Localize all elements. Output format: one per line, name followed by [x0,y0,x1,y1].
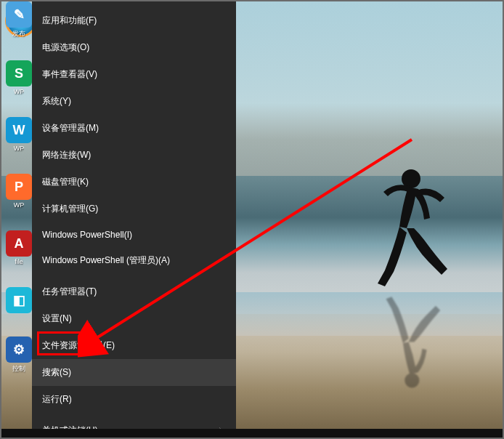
desktop-icon[interactable]: ⚙控制 [4,337,33,374]
desktop-icon[interactable]: SWP [4,60,33,95]
desktop-icon[interactable]: WWP [4,117,33,152]
menu-item-disk[interactable]: 磁盘管理(K) [32,169,236,196]
desktop-icon[interactable]: ✎发布 [4,1,33,39]
menu-item-ps[interactable]: Windows PowerShell(I) [32,222,236,247]
desktop-icon[interactable]: ◧ [4,287,33,315]
menu-item-explorer[interactable]: 文件资源管理器(E) [32,332,236,359]
desktop-icons-column: ✎发布 SWP WWP PWP Afile ◧ ⚙控制 [4,1,33,374]
menu-item-compmgmt[interactable]: 计算机管理(G) [32,196,236,222]
svg-point-1 [405,373,419,387]
menu-item-system[interactable]: 系统(Y) [32,88,236,115]
menu-item-taskmgr[interactable]: 任务管理器(T) [32,278,236,305]
runner-silhouette [372,161,459,292]
menu-item-settings[interactable]: 设置(N) [32,305,236,332]
menu-item-search[interactable]: 搜索(S) [32,359,236,386]
taskbar[interactable] [1,429,503,438]
menu-item-run[interactable]: 运行(R) [32,386,236,413]
desktop-icon[interactable]: PWP [4,174,33,209]
menu-item-network[interactable]: 网络连接(W) [32,142,236,169]
menu-item-power[interactable]: 电源选项(O) [32,34,236,61]
winx-menu: 应用和功能(F) 电源选项(O) 事件查看器(V) 系统(Y) 设备管理器(M)… [32,1,236,439]
menu-item-device[interactable]: 设备管理器(M) [32,115,236,142]
desktop-icon[interactable]: Afile [4,230,33,265]
menu-item-event[interactable]: 事件查看器(V) [32,61,236,88]
runner-reflection [372,292,459,394]
menu-item-apps[interactable]: 应用和功能(F) [32,7,236,34]
menu-item-psadmin[interactable]: Windows PowerShell (管理员)(A) [32,247,236,274]
